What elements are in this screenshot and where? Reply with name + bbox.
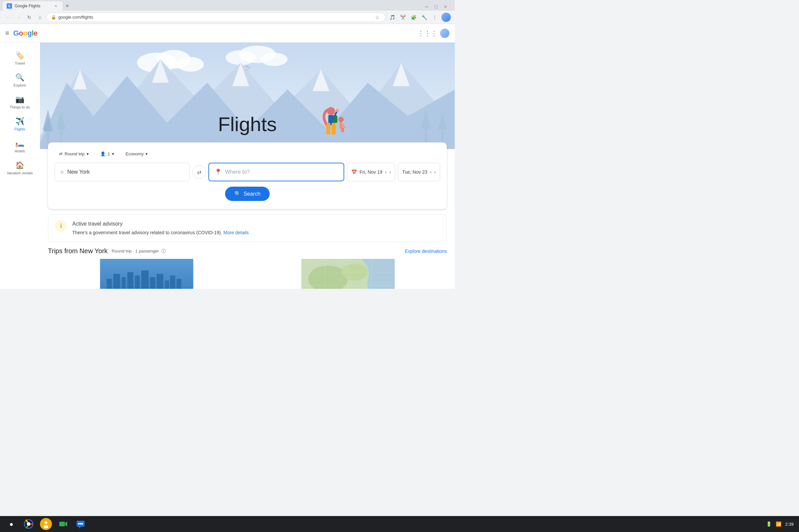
svg-point-3 bbox=[177, 57, 204, 72]
svg-point-28 bbox=[338, 117, 343, 122]
sidebar-item-things-to-do[interactable]: 📷 Things to do bbox=[3, 92, 37, 112]
departure-next-button[interactable]: › bbox=[389, 169, 391, 175]
sidebar-item-hotels[interactable]: 🛏️ Hotels bbox=[3, 136, 37, 156]
return-date-label: Tue, Nov 23 bbox=[402, 169, 427, 175]
sidebar-item-travel[interactable]: 🏷️ Travel bbox=[3, 48, 37, 69]
extension-3[interactable]: 🧩 bbox=[409, 13, 417, 21]
search-button[interactable]: 🔍 Search bbox=[225, 187, 270, 201]
tab-close-button[interactable]: × bbox=[53, 3, 59, 8]
svg-rect-47 bbox=[150, 277, 155, 289]
trip-card-map[interactable] bbox=[249, 259, 447, 289]
extension-1[interactable]: 🎵 bbox=[388, 13, 396, 21]
maximize-button[interactable]: □ bbox=[432, 3, 440, 11]
passengers-icon: 👤 bbox=[100, 151, 106, 156]
destination-placeholder: Where to? bbox=[225, 169, 250, 175]
passengers-chevron: ▾ bbox=[112, 151, 114, 156]
address-bar-icons: ☆ bbox=[373, 13, 381, 21]
page-body: 🏷️ Travel 🔍 Explore 📷 Things to do ✈️ Fl… bbox=[0, 43, 455, 289]
advisory-body: There's a government travel advisory rel… bbox=[72, 229, 249, 236]
svg-rect-35 bbox=[326, 123, 330, 134]
origin-value: New York bbox=[67, 169, 90, 175]
new-tab-button[interactable]: + bbox=[62, 1, 72, 11]
google-logo: Google bbox=[13, 29, 38, 38]
svg-rect-44 bbox=[128, 272, 133, 289]
origin-field[interactable]: ○ New York bbox=[55, 163, 190, 181]
tab-title: Google Flights bbox=[15, 4, 40, 8]
departure-prev-button[interactable]: ‹ bbox=[385, 169, 387, 175]
departure-date-label: Fri, Nov 19 bbox=[359, 169, 382, 175]
return-date-field[interactable]: Tue, Nov 23 ‹ › bbox=[398, 163, 440, 181]
sidebar-label-vacation-rentals: Vacation rentals bbox=[7, 171, 33, 175]
explore-destinations-link[interactable]: Explore destinations bbox=[405, 249, 447, 254]
user-avatar[interactable] bbox=[440, 28, 449, 38]
advisory-title: Active travel advisory bbox=[72, 220, 249, 228]
advisory-info-icon: ℹ bbox=[55, 220, 67, 232]
trips-section: Trips from New York Round trip · 1 passe… bbox=[48, 247, 447, 289]
destination-pin-icon: 📍 bbox=[215, 168, 222, 176]
url-bar[interactable]: 🔒 google.com/flights ☆ bbox=[47, 13, 386, 22]
trips-header: Trips from New York Round trip · 1 passe… bbox=[48, 247, 447, 255]
flights-icon: ✈️ bbox=[15, 117, 24, 126]
travel-icon: 🏷️ bbox=[15, 51, 24, 60]
chrome-menu-button[interactable]: ⋮ bbox=[431, 13, 439, 21]
passengers-button[interactable]: 👤 1 ▾ bbox=[96, 149, 118, 159]
svg-rect-17 bbox=[60, 128, 62, 143]
hero-section: Flights bbox=[40, 43, 455, 149]
apps-button[interactable]: ⋮⋮⋮ bbox=[417, 29, 438, 37]
trip-type-button[interactable]: ⇄ Round trip ▾ bbox=[55, 149, 93, 159]
back-button[interactable]: ← bbox=[4, 13, 12, 21]
forward-button[interactable]: → bbox=[15, 13, 23, 21]
extension-2[interactable]: ✂️ bbox=[399, 13, 407, 21]
sidebar-item-vacation-rentals[interactable]: 🏠 Vacation rentals bbox=[3, 158, 37, 178]
trip-card-miami[interactable]: Miami bbox=[48, 259, 245, 289]
departure-date-field[interactable]: 📅 Fri, Nov 19 ‹ › bbox=[347, 163, 395, 181]
url-text: google.com/flights bbox=[58, 15, 93, 20]
hamburger-menu[interactable]: ≡ bbox=[5, 29, 9, 37]
tab-bar: G Google Flights × + ─ □ × bbox=[0, 0, 455, 11]
search-button-row: 🔍 Search bbox=[55, 187, 440, 201]
trips-info-icon: ⓘ bbox=[162, 249, 166, 253]
svg-point-6 bbox=[261, 53, 287, 66]
page-title: Flights bbox=[218, 113, 277, 136]
search-fields-row: ○ New York ⇄ 📍 Where to? 📅 Fri, Nov 19 ‹… bbox=[55, 163, 440, 181]
svg-rect-45 bbox=[135, 276, 140, 289]
sidebar-label-things-to-do: Things to do bbox=[10, 105, 30, 109]
hotels-icon: 🛏️ bbox=[15, 139, 24, 148]
active-tab[interactable]: G Google Flights × bbox=[3, 1, 62, 11]
minimize-button[interactable]: ─ bbox=[423, 3, 431, 11]
swap-button[interactable]: ⇄ bbox=[192, 165, 206, 179]
advisory-more-details-link[interactable]: More details bbox=[223, 230, 249, 235]
svg-rect-48 bbox=[157, 274, 164, 289]
class-button[interactable]: Economy ▾ bbox=[121, 149, 152, 159]
google-header: ≡ Google ⋮⋮⋮ bbox=[0, 24, 455, 43]
sidebar-item-flights[interactable]: ✈️ Flights bbox=[3, 114, 37, 134]
miami-card-image bbox=[48, 259, 245, 289]
advisory-text-body: There's a government travel advisory rel… bbox=[72, 230, 222, 235]
return-prev-button[interactable]: ‹ bbox=[430, 169, 432, 175]
home-button[interactable]: ⌂ bbox=[36, 13, 44, 21]
svg-rect-21 bbox=[442, 128, 444, 143]
return-next-button[interactable]: › bbox=[434, 169, 436, 175]
advisory-banner: ℹ Active travel advisory There's a gover… bbox=[48, 214, 447, 242]
swap-arrows-icon: ⇄ bbox=[59, 151, 62, 156]
destination-field[interactable]: 📍 Where to? bbox=[208, 163, 344, 181]
advisory-content: Active travel advisory There's a governm… bbox=[72, 220, 249, 236]
sidebar-item-explore[interactable]: 🔍 Explore bbox=[3, 70, 37, 91]
header-right: ⋮⋮⋮ bbox=[417, 28, 449, 38]
sidebar: 🏷️ Travel 🔍 Explore 📷 Things to do ✈️ Fl… bbox=[0, 43, 40, 289]
sidebar-label-travel: Travel bbox=[15, 61, 25, 65]
trip-cards-container: Miami bbox=[48, 259, 447, 289]
logo-e-red: e bbox=[34, 29, 38, 37]
star-button[interactable]: ☆ bbox=[373, 13, 381, 21]
explore-icon: 🔍 bbox=[15, 73, 24, 82]
things-to-do-icon: 📷 bbox=[15, 95, 24, 104]
svg-rect-42 bbox=[113, 274, 120, 289]
logo-g-blue: G bbox=[13, 29, 19, 37]
extension-4[interactable]: 🔧 bbox=[420, 13, 428, 21]
lock-icon: 🔒 bbox=[51, 15, 56, 20]
browser-close-button[interactable]: × bbox=[442, 3, 449, 11]
map-card-image bbox=[249, 259, 447, 289]
profile-avatar[interactable] bbox=[442, 13, 451, 22]
reload-button[interactable]: ↻ bbox=[25, 13, 33, 21]
swap-icon: ⇄ bbox=[197, 169, 201, 175]
